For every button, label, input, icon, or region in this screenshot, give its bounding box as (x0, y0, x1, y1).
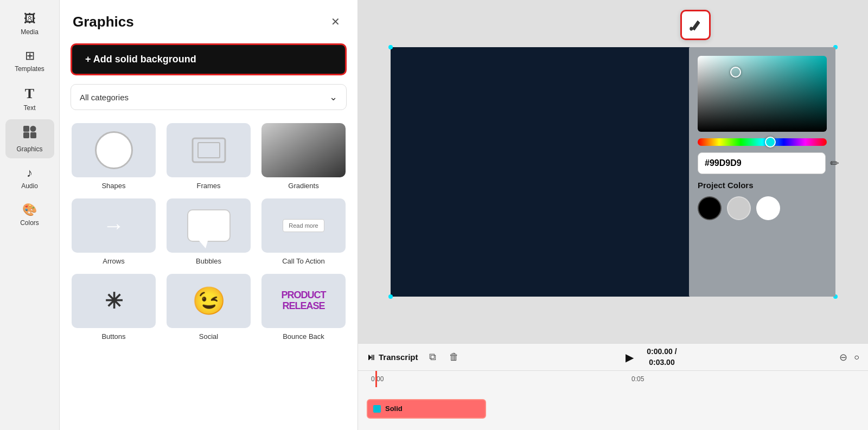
delete-button[interactable]: 🗑 (447, 349, 461, 365)
sidebar-label-media: Media (21, 28, 39, 36)
list-item[interactable]: ✳ Buttons (71, 274, 157, 341)
add-background-label: + Add solid background (85, 54, 196, 65)
timeline: 0:00 0:05 Solid (358, 370, 868, 430)
canvas-wrapper: ✏ Project Colors (358, 0, 868, 343)
sidebar-item-colors[interactable]: 🎨 Colors (5, 197, 54, 232)
svg-rect-1 (30, 132, 36, 138)
list-item[interactable]: PRODUCTRELEASE Bounce Back (260, 274, 347, 341)
sidebar-label-audio: Audio (21, 182, 38, 190)
arrows-label: Arrows (103, 257, 124, 265)
add-background-button[interactable]: + Add solid background (71, 43, 347, 75)
sidebar-item-graphics[interactable]: Graphics (5, 119, 54, 158)
sidebar-item-media[interactable]: 🖼 Media (5, 7, 54, 41)
zoom-circle-icon: ○ (854, 352, 859, 362)
bounce-text: PRODUCTRELEASE (282, 290, 326, 312)
bounce-label: Bounce Back (283, 332, 324, 341)
clip-label: Solid (385, 405, 403, 413)
graphics-icon (22, 125, 37, 143)
list-item[interactable]: Frames (165, 123, 252, 190)
handle-tl[interactable] (388, 45, 393, 49)
buttons-thumbnail: ✳ (72, 274, 156, 328)
cta-thumbnail: Read more (261, 198, 346, 253)
sidebar-label-text: Text (23, 104, 35, 112)
bottom-bar: ⏯ Transcript ⧉ 🗑 ▶ 0:00.00 / 0:03.00 ⊖ ○ (358, 343, 868, 370)
list-item[interactable]: Shapes (71, 123, 157, 190)
shapes-thumbnail (72, 123, 156, 177)
ruler-label-0: 0:00 (371, 375, 384, 383)
gradients-label: Gradients (288, 182, 318, 190)
hue-slider-thumb (765, 137, 776, 147)
svg-point-3 (30, 126, 36, 132)
ruler-label-5: 0:05 (631, 375, 644, 383)
hex-row: ✏ (698, 152, 827, 174)
hex-input[interactable] (698, 152, 826, 174)
ruler-labels: 0:00 0:05 (367, 375, 859, 383)
text-icon: T (25, 86, 34, 102)
project-colors-row (698, 196, 827, 220)
sidebar-label-colors: Colors (20, 219, 39, 227)
list-item[interactable]: 😉 Social (165, 274, 252, 341)
buttons-label: Buttons (101, 332, 125, 341)
sidebar-label-templates: Templates (15, 65, 44, 73)
asterisk-icon: ✳ (105, 288, 123, 313)
list-item[interactable]: Read more Call To Action (260, 198, 347, 265)
clip-color-indicator (373, 405, 381, 413)
arrow-icon: → (103, 214, 125, 238)
list-item[interactable]: Bubbles (165, 198, 252, 265)
audio-icon: ♪ (27, 166, 33, 180)
categories-label: All categories (80, 93, 129, 102)
color-swatch-white[interactable] (756, 196, 780, 220)
timeline-clip[interactable]: Solid (367, 399, 486, 419)
social-thumbnail: 😉 (167, 274, 251, 328)
zoom-controls: ⊖ ○ (837, 349, 859, 365)
svg-rect-2 (23, 126, 29, 132)
bounce-thumbnail: PRODUCTRELEASE (261, 274, 346, 328)
eyedropper-button[interactable]: ✏ (830, 157, 839, 170)
main-area: ✏ Project Colors ⏯ Transcript ⧉ 🗑 (358, 0, 868, 430)
colors-icon: 🎨 (22, 203, 37, 217)
hue-slider[interactable] (698, 138, 827, 146)
color-picker-panel: ✏ Project Colors (689, 47, 835, 297)
timeline-ruler: 0:00 0:05 (367, 371, 859, 387)
sidebar-label-graphics: Graphics (16, 145, 42, 153)
timeline-tracks: Solid (367, 387, 859, 430)
canvas: ✏ Project Colors (391, 47, 835, 297)
sidebar-item-templates[interactable]: ⊞ Templates (5, 43, 54, 78)
split-button[interactable]: ⧉ (427, 349, 438, 365)
shapes-circle (95, 131, 133, 169)
project-colors-label: Project Colors (698, 181, 827, 190)
categories-dropdown[interactable]: All categories ⌄ (71, 84, 347, 110)
cta-label: Call To Action (282, 257, 325, 265)
list-item[interactable]: Gradients (260, 123, 347, 190)
social-emoji: 😉 (192, 285, 226, 317)
sidebar-item-audio[interactable]: ♪ Audio (5, 161, 54, 195)
panel-close-button[interactable]: ✕ (327, 13, 344, 30)
time-display: 0:00.00 / 0:03.00 (647, 346, 676, 368)
media-icon: 🖼 (24, 12, 36, 26)
sidebar-item-text[interactable]: T Text (5, 80, 54, 117)
cta-button-shape: Read more (283, 219, 324, 232)
graphics-panel: Graphics ✕ + Add solid background All ca… (60, 0, 358, 430)
transcript-icon: ⏯ (367, 352, 375, 362)
frames-thumbnail (167, 123, 251, 177)
bubbles-thumbnail (167, 198, 251, 253)
svg-rect-0 (23, 132, 29, 138)
color-swatch-black[interactable] (698, 196, 722, 220)
list-item[interactable]: → Arrows (71, 198, 157, 265)
panel-title: Graphics (73, 14, 134, 30)
svg-rect-5 (198, 143, 220, 158)
handle-bl[interactable] (388, 294, 393, 299)
play-button[interactable]: ▶ (621, 349, 638, 366)
timeline-playhead[interactable] (375, 371, 377, 387)
sidebar: 🖼 Media ⊞ Templates T Text Graphics (0, 0, 60, 430)
color-gradient-picker[interactable] (698, 56, 827, 132)
bubble-shape (187, 209, 231, 242)
social-label: Social (199, 332, 218, 341)
color-swatch-gray[interactable] (727, 196, 751, 220)
panel-header: Graphics ✕ (60, 0, 358, 39)
gradients-thumbnail (261, 123, 346, 177)
zoom-out-button[interactable]: ⊖ (837, 349, 850, 365)
graphics-grid-inner: Shapes Frames Gradients (71, 123, 347, 341)
fill-tool-button[interactable] (680, 10, 711, 40)
frames-label: Frames (196, 182, 220, 190)
